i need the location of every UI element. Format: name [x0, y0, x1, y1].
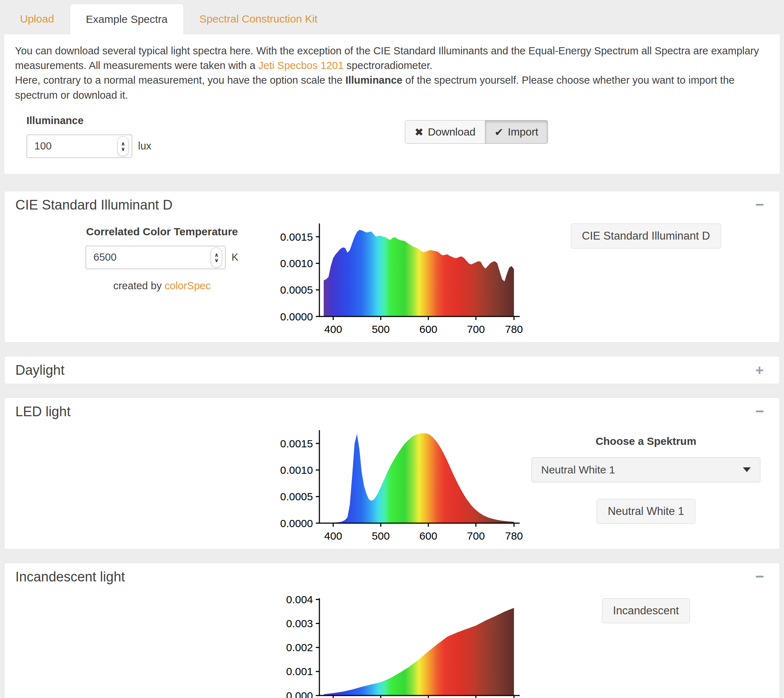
svg-text:0.0010: 0.0010	[280, 257, 313, 269]
intro-illuminance-bold: Illuminance	[346, 74, 403, 86]
illuminance-unit: lux	[138, 140, 151, 152]
page: Upload Example Spectra Spectral Construc…	[0, 0, 784, 698]
spektrum-dropdown-value: Neutral White 1	[541, 464, 615, 476]
incandescent-spectrum-chart: 4005006007007800.0000.0010.0020.0030.004	[280, 594, 523, 698]
illuminance-input-wrap: ∧∨	[26, 135, 132, 158]
tab-example-spectra[interactable]: Example Spectra	[70, 3, 183, 35]
svg-text:400: 400	[324, 323, 342, 335]
illuminance-input[interactable]	[27, 140, 117, 152]
svg-text:400: 400	[324, 530, 342, 542]
colorspec-credit: created by colorSpec	[114, 280, 211, 292]
cie-spectrum-chart: 4005006007007800.00000.00050.00100.0015	[280, 219, 523, 337]
panel-daylight-title: Daylight	[15, 362, 64, 379]
panel-led-title: LED light	[15, 403, 71, 420]
download-button[interactable]: ✖Download	[405, 120, 485, 144]
svg-text:500: 500	[372, 530, 390, 542]
panel-incandescent-light: Incandescent light 4005006007007800.0000…	[4, 563, 780, 698]
illuminance-section: Illuminance ∧∨ lux	[26, 115, 769, 158]
import-label: Import	[508, 126, 538, 138]
stepper-down-icon[interactable]: ∨	[121, 146, 125, 151]
jeti-specbos-link[interactable]: Jeti Specbos 1201	[258, 60, 344, 71]
neutral-white-button[interactable]: Neutral White 1	[596, 499, 695, 524]
chevron-down-icon	[743, 468, 751, 472]
cct-label: Correlated Color Temperature	[86, 226, 238, 238]
stepper-up-icon[interactable]: ∧	[214, 252, 219, 257]
check-icon: ✔	[495, 126, 504, 138]
svg-text:500: 500	[372, 323, 390, 335]
svg-text:0.003: 0.003	[286, 617, 313, 629]
collapse-minus-icon[interactable]	[756, 568, 769, 585]
svg-text:780: 780	[505, 530, 523, 542]
svg-text:0.0000: 0.0000	[280, 310, 313, 322]
cie-spectrum-button[interactable]: CIE Standard Illuminant D	[571, 224, 721, 249]
cct-input-wrap: ∧∨	[86, 246, 226, 269]
svg-text:600: 600	[420, 323, 437, 335]
panel-cie-standard-illuminant-d: CIE Standard Illuminant D Correlated Col…	[4, 191, 780, 342]
collapse-minus-icon[interactable]	[756, 196, 769, 214]
svg-text:700: 700	[467, 530, 485, 542]
download-import-group: ✖Download ✔Import	[405, 120, 548, 144]
choose-spektrum-label: Choose a Spektrum	[596, 435, 697, 447]
svg-text:780: 780	[505, 323, 523, 335]
stepper-up-icon[interactable]: ∧	[121, 141, 125, 146]
svg-text:0.000: 0.000	[286, 690, 313, 698]
collapse-minus-icon[interactable]	[756, 403, 769, 420]
download-label: Download	[428, 126, 475, 138]
panel-incandescent-title: Incandescent light	[15, 568, 125, 585]
stepper-down-icon[interactable]: ∨	[214, 257, 219, 263]
panel-cie-title: CIE Standard Illuminant D	[15, 196, 172, 214]
svg-text:0.001: 0.001	[286, 665, 313, 677]
svg-text:0.0015: 0.0015	[280, 437, 313, 449]
spektrum-dropdown[interactable]: Neutral White 1	[532, 458, 760, 482]
colorspec-link[interactable]: colorSpec	[165, 280, 211, 291]
cct-unit: K	[231, 251, 238, 263]
tab-bar: Upload Example Spectra Spectral Construc…	[4, 3, 780, 35]
cct-stepper[interactable]: ∧∨	[211, 247, 222, 267]
led-spectrum-chart: 4005006007007800.00000.00050.00100.0015	[280, 426, 523, 544]
intro-p1-end: spectroradiometer.	[344, 60, 432, 71]
tab-upload[interactable]: Upload	[4, 3, 70, 35]
cct-input[interactable]	[86, 251, 194, 263]
illuminance-stepper[interactable]: ∧∨	[117, 136, 129, 156]
cct-form: Correlated Color Temperature ∧∨ K create…	[69, 226, 255, 292]
svg-text:0.0000: 0.0000	[280, 517, 313, 529]
tab-spectral-construction-kit[interactable]: Spectral Construction Kit	[184, 3, 333, 35]
panel-daylight: Daylight +	[4, 356, 780, 384]
intro-text: You can download several typical light s…	[15, 44, 769, 103]
import-button[interactable]: ✔Import	[485, 120, 548, 144]
intro-p2: Here, contrary to a normal measurement, …	[15, 74, 346, 86]
svg-text:0.0010: 0.0010	[280, 464, 313, 476]
svg-text:0.004: 0.004	[286, 594, 313, 606]
svg-text:700: 700	[467, 323, 485, 335]
panel-led-light: LED light 4005006007007800.00000.00050.0…	[4, 398, 780, 549]
expand-plus-icon[interactable]: +	[755, 362, 769, 379]
svg-text:0.0005: 0.0005	[280, 491, 313, 502]
svg-text:0.0015: 0.0015	[280, 230, 313, 242]
svg-text:600: 600	[420, 530, 437, 542]
tab-content-card: You can download several typical light s…	[4, 35, 780, 174]
svg-text:0.002: 0.002	[286, 642, 313, 653]
x-icon: ✖	[415, 126, 423, 138]
illuminance-label: Illuminance	[26, 115, 769, 127]
incandescent-button[interactable]: Incandescent	[602, 598, 690, 623]
svg-text:0.0005: 0.0005	[280, 284, 313, 296]
